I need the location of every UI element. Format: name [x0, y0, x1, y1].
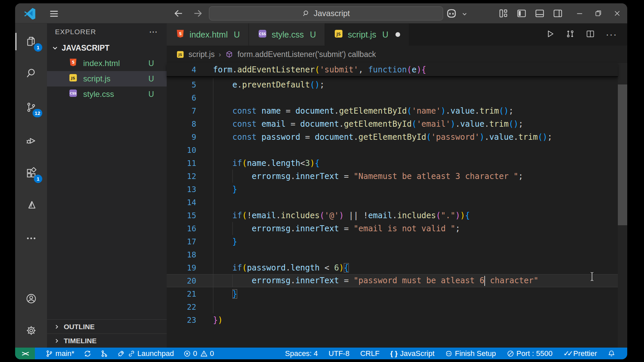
compare-changes-icon[interactable]	[566, 29, 575, 40]
folder-row-javascript[interactable]: JAVASCRIPT	[47, 40, 167, 56]
explorer-activity-icon[interactable]: 1	[15, 32, 47, 52]
status-language-mode[interactable]: { }JavaScript	[390, 349, 434, 358]
minimize-icon[interactable]	[570, 3, 589, 23]
editor-scrollbar-thumb[interactable]	[618, 84, 627, 225]
vscode-window: Javascript 1 12	[15, 3, 627, 359]
status-label: 0	[210, 349, 214, 358]
code-line-17[interactable]: 17 }	[167, 235, 618, 248]
status-git-graph[interactable]	[101, 350, 108, 357]
prism-extension-icon[interactable]	[15, 195, 47, 216]
explorer-badge: 1	[34, 43, 42, 52]
status-branch[interactable]: main*	[46, 349, 74, 358]
code-line-22[interactable]: 22	[167, 300, 618, 313]
account-icon[interactable]	[15, 289, 47, 309]
line-number: 6	[167, 94, 196, 102]
code-line-8[interactable]: 8 const email = document.getElementById(…	[167, 117, 618, 130]
status-label: CRLF	[360, 349, 379, 358]
close-icon[interactable]	[608, 3, 627, 23]
folder-name: JAVASCRIPT	[62, 44, 109, 53]
indent-guide	[232, 170, 233, 183]
toggle-primary-sidebar-icon[interactable]	[516, 8, 527, 20]
code-line-16[interactable]: 16 errormsg.innerText = "email is not va…	[167, 222, 618, 235]
code-line-12[interactable]: 12 errormsg.innerText = "Namemust be atl…	[167, 170, 618, 183]
forward-arrow-icon[interactable]	[192, 8, 204, 19]
status-prettier[interactable]: ✓✓Prettier	[563, 349, 597, 358]
git-status-badge: U	[148, 90, 154, 99]
search-activity-icon[interactable]	[15, 63, 47, 83]
svg-text:JS: JS	[71, 76, 75, 80]
status-encoding[interactable]: UTF-8	[329, 349, 350, 358]
code-line-13[interactable]: 13 }	[167, 183, 618, 196]
modified-dot-icon[interactable]	[395, 32, 400, 37]
code-line-21[interactable]: 21 }	[167, 287, 618, 300]
code-line-20[interactable]: 20 errormsg.innerText = "password must b…	[167, 274, 618, 287]
line-number: 14	[167, 198, 196, 207]
status-bar-right: Spaces: 4UTF-8CRLF{ }JavaScriptFinish Se…	[285, 349, 627, 358]
code-line-9[interactable]: 9 const password = document.getElementBy…	[167, 130, 618, 143]
menu-hamburger-icon[interactable]	[49, 8, 59, 18]
code-line-4[interactable]: 4form.addEventListener('submit', functio…	[167, 63, 618, 76]
code-line-14[interactable]: 14	[167, 196, 618, 209]
code-text: errormsg.innerText = "password must be a…	[213, 276, 538, 286]
run-button-icon[interactable]	[545, 29, 555, 40]
code-text: errormsg.innerText = "email is not valid…	[213, 224, 460, 233]
split-editor-icon[interactable]	[586, 29, 595, 40]
vscode-logo-icon	[24, 7, 36, 19]
tab-index.html[interactable]: 5index.htmlU	[167, 23, 249, 46]
toggle-secondary-sidebar-icon[interactable]	[552, 8, 563, 20]
extensions-activity-icon[interactable]: 1	[15, 163, 47, 183]
status-notifications[interactable]	[608, 350, 615, 357]
file-row-style.css[interactable]: CSSstyle.cssU	[47, 86, 167, 102]
customize-layout-icon[interactable]	[498, 8, 509, 20]
css-icon: CSS	[258, 29, 267, 41]
editor-more-actions-icon[interactable]: ···	[606, 29, 617, 40]
run-debug-activity-icon[interactable]	[15, 130, 47, 150]
sticky-scroll-line[interactable]: 4form.addEventListener('submit', functio…	[167, 63, 618, 77]
breadcrumb-symbol[interactable]: form.addEventListener('submit') callback	[237, 50, 376, 59]
svg-text:5: 5	[179, 31, 181, 36]
tabs-container: 5index.htmlUCSSstyle.cssUJSscript.jsU	[167, 23, 409, 46]
chevron-down-icon[interactable]	[461, 11, 468, 17]
status-remote-indicator[interactable]: ><	[15, 348, 35, 359]
code-line-18[interactable]: 18	[167, 248, 618, 261]
code-line-6[interactable]: 6	[167, 91, 618, 104]
status-problems[interactable]: 00	[183, 349, 214, 358]
code-editor[interactable]: 5 e.preventDefault();67 const name = doc…	[167, 78, 618, 348]
status-sync[interactable]	[84, 350, 91, 357]
code-line-19[interactable]: 19 if(password.length < 6){	[167, 261, 618, 274]
code-line-23[interactable]: 23})	[167, 313, 618, 326]
tab-style.css[interactable]: CSSstyle.cssU	[249, 23, 325, 46]
code-line-15[interactable]: 15 if(!email.includes('@') || !email.inc…	[167, 209, 618, 222]
more-views-icon[interactable]	[15, 228, 47, 248]
breadcrumb-separator: ›	[219, 50, 221, 58]
code-line-5[interactable]: 5 e.preventDefault();	[167, 78, 618, 91]
tab-git-status: U	[234, 30, 240, 40]
outline-section[interactable]: OUTLINE	[47, 319, 167, 334]
breadcrumb[interactable]: JS script.js › form.addEventListener('su…	[167, 46, 618, 63]
explorer-more-actions-icon[interactable]: ⋯	[149, 27, 159, 37]
breadcrumb-file[interactable]: script.js	[189, 50, 215, 59]
file-row-script.js[interactable]: JSscript.jsU	[47, 71, 167, 86]
status-launchpad[interactable]: Launchpad	[117, 349, 174, 358]
symbol-method-icon	[225, 50, 233, 59]
tab-script.js[interactable]: JSscript.jsU	[325, 23, 409, 46]
toggle-panel-icon[interactable]	[534, 8, 545, 20]
status-label: Prettier	[573, 349, 597, 358]
file-row-index.html[interactable]: 5index.htmlU	[47, 56, 167, 71]
restore-icon[interactable]	[589, 3, 608, 23]
code-line-7[interactable]: 7 const name = document.getElementById('…	[167, 104, 618, 117]
command-center-search[interactable]: Javascript	[209, 6, 443, 20]
status-port[interactable]: Port : 5500	[507, 349, 553, 358]
status-eol[interactable]: CRLF	[360, 349, 379, 358]
source-control-activity-icon[interactable]: 12	[15, 97, 47, 117]
timeline-section[interactable]: TIMELINE	[47, 334, 167, 348]
status-copilot-setup[interactable]: Finish Setup	[445, 349, 496, 358]
back-arrow-icon[interactable]	[173, 8, 184, 19]
status-indentation[interactable]: Spaces: 4	[285, 349, 318, 358]
code-line-11[interactable]: 11 if(name.length<3){	[167, 157, 618, 170]
code-line-10[interactable]: 10	[167, 143, 618, 157]
line-number: 18	[167, 250, 196, 259]
svg-text:CSS: CSS	[70, 92, 76, 95]
settings-gear-icon[interactable]	[15, 320, 47, 341]
copilot-icon[interactable]	[445, 8, 458, 19]
